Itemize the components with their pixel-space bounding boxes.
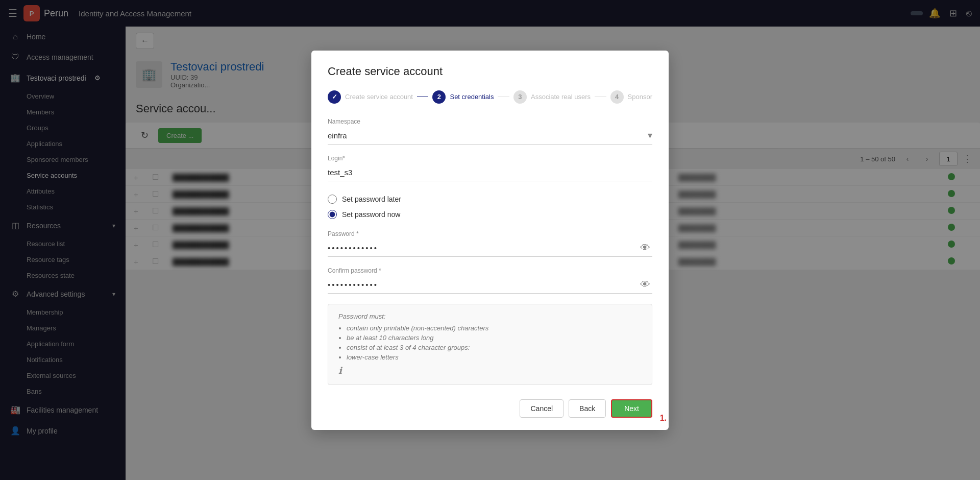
- step-1-circle: ✓: [328, 90, 341, 104]
- step-2-label: Set credentials: [450, 93, 494, 101]
- step-3-circle: 3: [513, 90, 527, 104]
- dialog-footer: Cancel Back Next 1.: [328, 395, 652, 418]
- password-rules-list: contain only printable (non-accented) ch…: [338, 324, 642, 361]
- create-service-account-dialog: Create service account ✓ Create service …: [311, 51, 669, 430]
- annotation-label: 1.: [660, 414, 667, 423]
- step-3: 3 Associate real users: [513, 90, 591, 104]
- info-icon: ℹ: [338, 365, 342, 376]
- password-rule-1: contain only printable (non-accented) ch…: [347, 324, 642, 332]
- password-rules-title: Password must:: [338, 313, 642, 320]
- login-field: Login*: [328, 155, 652, 181]
- radio-later-input[interactable]: [328, 195, 337, 204]
- step-connector-3: [595, 97, 606, 97]
- stepper: ✓ Create service account 2 Set credentia…: [328, 90, 652, 104]
- step-4: 4 Sponsor: [610, 90, 652, 104]
- step-1: ✓ Create service account: [328, 90, 413, 104]
- namespace-select-wrapper: einfra ▾: [328, 127, 652, 145]
- login-label: Login*: [328, 155, 652, 162]
- info-box-footer: ℹ: [338, 365, 642, 376]
- back-button[interactable]: Back: [569, 399, 606, 418]
- step-connector-1: [417, 97, 429, 97]
- step-2-circle: 2: [432, 90, 446, 104]
- confirm-password-label: Confirm password *: [328, 267, 652, 274]
- cancel-button[interactable]: Cancel: [520, 399, 564, 418]
- password-toggle-icon[interactable]: 👁: [638, 240, 652, 256]
- namespace-label: Namespace: [328, 118, 652, 125]
- radio-now-input[interactable]: [328, 210, 337, 219]
- password-wrapper: 👁: [328, 239, 652, 257]
- password-rule-2: be at least 10 characters long: [347, 334, 642, 342]
- password-label: Password *: [328, 230, 652, 237]
- dialog-title: Create service account: [328, 65, 652, 78]
- radio-later-label: Set password later: [342, 195, 401, 203]
- password-input[interactable]: [328, 239, 638, 256]
- namespace-field: Namespace einfra ▾: [328, 118, 652, 145]
- confirm-password-toggle-icon[interactable]: 👁: [638, 277, 652, 293]
- confirm-password-wrapper: 👁: [328, 276, 652, 294]
- login-input[interactable]: [328, 164, 652, 181]
- password-rule-4: lower-case letters: [347, 353, 642, 361]
- dialog-overlay: Create service account ✓ Create service …: [0, 0, 980, 480]
- step-4-label: Sponsor: [628, 93, 652, 101]
- step-4-circle: 4: [610, 90, 624, 104]
- namespace-dropdown-icon: ▾: [648, 130, 652, 141]
- next-button[interactable]: Next: [611, 399, 652, 418]
- radio-now-label: Set password now: [342, 210, 400, 219]
- radio-now-item[interactable]: Set password now: [328, 207, 652, 222]
- step-3-label: Associate real users: [531, 93, 591, 101]
- next-button-wrapper: Next 1.: [611, 399, 652, 418]
- password-rule-3: consist of at least 3 of 4 character gro…: [347, 344, 642, 351]
- step-connector-2: [498, 97, 509, 97]
- confirm-password-field: Confirm password * 👁: [328, 267, 652, 294]
- step-2: 2 Set credentials: [432, 90, 494, 104]
- step-1-label: Create service account: [345, 93, 413, 101]
- password-radio-group: Set password later Set password now: [328, 191, 652, 222]
- confirm-password-input[interactable]: [328, 276, 638, 293]
- password-rules-box: Password must: contain only printable (n…: [328, 304, 652, 385]
- password-field: Password * 👁: [328, 230, 652, 257]
- namespace-select[interactable]: einfra: [328, 127, 648, 144]
- radio-later-item[interactable]: Set password later: [328, 191, 652, 207]
